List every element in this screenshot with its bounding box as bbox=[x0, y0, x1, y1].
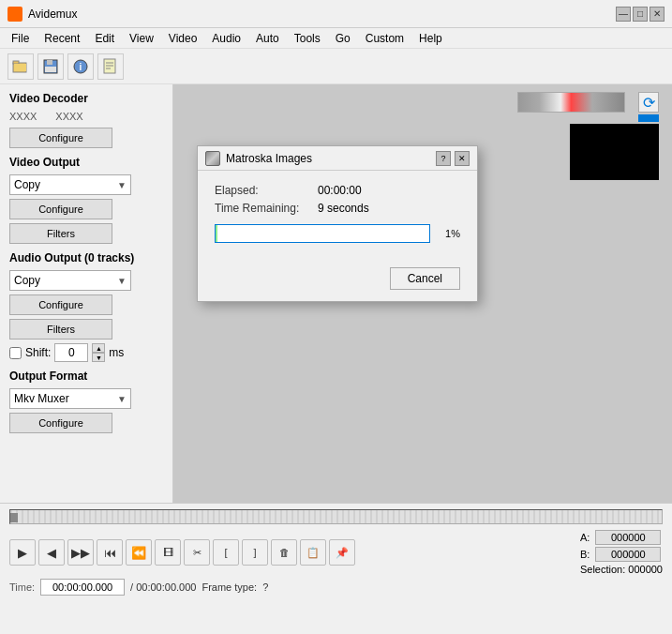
close-button[interactable]: ✕ bbox=[650, 7, 665, 22]
b-value-row: B: 000000 bbox=[580, 547, 663, 562]
minimize-button[interactable]: — bbox=[616, 7, 631, 22]
progress-pct: 1% bbox=[438, 228, 460, 239]
dialog: Matroska Images ? ✕ Elapsed: 00:00:00 Ti… bbox=[197, 145, 478, 302]
dialog-title-left: Matroska Images bbox=[205, 151, 312, 166]
mark-in-button[interactable]: [ bbox=[213, 539, 239, 566]
dialog-title: Matroska Images bbox=[226, 152, 312, 165]
save-icon bbox=[42, 58, 59, 75]
video-decoder-title: Video Decoder bbox=[9, 92, 163, 105]
elapsed-value: 00:00:00 bbox=[318, 184, 362, 197]
b-label: B: bbox=[580, 549, 590, 560]
frame-capture-button[interactable]: 🎞 bbox=[155, 539, 181, 566]
menu-file[interactable]: File bbox=[4, 30, 37, 47]
toolbar: i bbox=[0, 49, 672, 84]
dialog-icon bbox=[205, 151, 220, 166]
open-button[interactable] bbox=[7, 53, 34, 80]
svg-rect-4 bbox=[47, 60, 52, 65]
delete-button[interactable]: 🗑 bbox=[271, 539, 297, 566]
audio-output-filters-button[interactable]: Filters bbox=[9, 319, 112, 340]
next-frame-button[interactable]: ▶▶ bbox=[67, 539, 94, 566]
left-panel: Video Decoder XXXX XXXX Configure Video … bbox=[0, 84, 173, 503]
menu-auto[interactable]: Auto bbox=[248, 30, 287, 47]
mark-out-button[interactable]: ] bbox=[242, 539, 268, 566]
menu-bar: File Recent Edit View Video Audio Auto T… bbox=[0, 28, 672, 49]
audio-output-title: Audio Output (0 tracks) bbox=[9, 251, 163, 264]
menu-tools[interactable]: Tools bbox=[287, 30, 328, 47]
menu-audio[interactable]: Audio bbox=[204, 30, 248, 47]
decoder-labels-row: XXXX XXXX bbox=[9, 111, 163, 122]
prev-frame-button[interactable]: ◀ bbox=[38, 539, 65, 566]
menu-custom[interactable]: Custom bbox=[358, 30, 411, 47]
cancel-button[interactable]: Cancel bbox=[390, 267, 460, 290]
info-button[interactable]: i bbox=[67, 53, 94, 80]
paste-button[interactable]: 📌 bbox=[329, 539, 355, 566]
video-output-configure-button[interactable]: Configure bbox=[9, 199, 112, 219]
maximize-button[interactable]: □ bbox=[633, 7, 648, 22]
goto-start-button[interactable]: ⏮ bbox=[97, 539, 123, 566]
time-remaining-row: Time Remaining: 9 seconds bbox=[215, 202, 460, 215]
dialog-content: Elapsed: 00:00:00 Time Remaining: 9 seco… bbox=[198, 171, 477, 267]
scrubber-handle[interactable] bbox=[10, 513, 18, 522]
audio-output-configure-button[interactable]: Configure bbox=[9, 294, 112, 315]
svg-text:i: i bbox=[80, 62, 82, 72]
thumbnail-strip bbox=[517, 92, 625, 113]
time-value: 00:00:00.000 bbox=[40, 579, 125, 596]
menu-recent[interactable]: Recent bbox=[37, 30, 87, 47]
video-preview bbox=[570, 124, 659, 180]
progress-fill bbox=[216, 225, 217, 242]
shift-checkbox[interactable] bbox=[9, 347, 22, 359]
video-decoder-configure-button[interactable]: Configure bbox=[9, 128, 112, 148]
progress-row: 1% bbox=[215, 224, 460, 243]
decoder-label-1: XXXX bbox=[9, 111, 37, 122]
frame-type-value: ? bbox=[262, 581, 268, 593]
output-format-dropdown[interactable]: Mkv Muxer ▼ bbox=[9, 388, 131, 409]
scrubber-bar[interactable] bbox=[9, 509, 663, 524]
open-icon bbox=[12, 58, 29, 75]
dialog-close-button[interactable]: ✕ bbox=[455, 151, 470, 166]
video-output-dropdown-arrow: ▼ bbox=[117, 180, 127, 190]
title-bar: Avidemux — □ ✕ bbox=[0, 0, 672, 28]
total-time: / 00:00:00.000 bbox=[130, 581, 196, 593]
video-output-filters-button[interactable]: Filters bbox=[9, 223, 112, 244]
dialog-title-bar: Matroska Images ? ✕ bbox=[198, 146, 477, 171]
controls-row: ▶ ◀ ▶▶ ⏮ ⏪ 🎞 ✂ [ ] 🗑 📋 📌 A: 000000 B: 00… bbox=[0, 528, 672, 577]
a-value-row: A: 000000 bbox=[580, 530, 663, 545]
bottom-panel: ▶ ◀ ▶▶ ⏮ ⏪ 🎞 ✂ [ ] 🗑 📋 📌 A: 000000 B: 00… bbox=[0, 503, 672, 615]
step-back-button[interactable]: ⏪ bbox=[126, 539, 152, 566]
ms-label: ms bbox=[109, 346, 124, 359]
scroll-right-button[interactable]: ⟳ bbox=[638, 92, 659, 113]
shift-input[interactable] bbox=[54, 343, 88, 362]
play-button[interactable]: ▶ bbox=[9, 539, 36, 566]
copy-paste-button[interactable]: 📋 bbox=[300, 539, 326, 566]
spin-up-button[interactable]: ▲ bbox=[92, 343, 105, 353]
spin-down-button[interactable]: ▼ bbox=[92, 353, 105, 362]
video-output-title: Video Output bbox=[9, 156, 163, 169]
time-remaining-label: Time Remaining: bbox=[215, 202, 318, 215]
elapsed-row: Elapsed: 00:00:00 bbox=[215, 184, 460, 197]
selection-info: Selection: 000000 bbox=[580, 564, 663, 575]
time-display-row: Time: 00:00:00.000 / 00:00:00.000 Frame … bbox=[0, 577, 672, 597]
output-format-configure-button[interactable]: Configure bbox=[9, 413, 112, 433]
audio-output-dropdown-arrow: ▼ bbox=[117, 276, 127, 286]
time-label: Time: bbox=[9, 581, 35, 593]
dialog-help-button[interactable]: ? bbox=[436, 151, 451, 166]
svg-rect-1 bbox=[13, 61, 19, 64]
output-format-dropdown-arrow: ▼ bbox=[117, 394, 127, 404]
menu-edit[interactable]: Edit bbox=[87, 30, 122, 47]
menu-view[interactable]: View bbox=[122, 30, 161, 47]
cut-button[interactable]: ✂ bbox=[184, 539, 210, 566]
shift-row: Shift: ▲ ▼ ms bbox=[9, 343, 163, 362]
video-output-dropdown[interactable]: Copy ▼ bbox=[9, 174, 131, 195]
audio-output-dropdown[interactable]: Copy ▼ bbox=[9, 270, 131, 291]
save-button[interactable] bbox=[37, 53, 64, 80]
svg-rect-2 bbox=[14, 64, 26, 71]
menu-help[interactable]: Help bbox=[411, 30, 450, 47]
script-button[interactable] bbox=[97, 53, 124, 80]
title-bar-left: Avidemux bbox=[7, 7, 77, 22]
menu-go[interactable]: Go bbox=[328, 30, 358, 47]
dialog-footer: Cancel bbox=[198, 267, 477, 301]
time-remaining-value: 9 seconds bbox=[318, 202, 369, 215]
menu-video[interactable]: Video bbox=[161, 30, 204, 47]
title-bar-controls: — □ ✕ bbox=[616, 7, 665, 22]
dialog-controls: ? ✕ bbox=[436, 151, 470, 166]
